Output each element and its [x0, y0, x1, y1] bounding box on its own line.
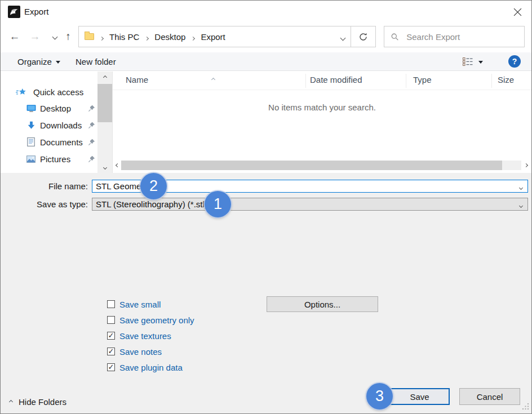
hide-folders-button[interactable]: Hide Folders: [10, 395, 66, 408]
folder-icon: [85, 33, 94, 40]
save-as-type-label: Save as type:: [1, 198, 88, 211]
checkbox[interactable]: [107, 300, 115, 308]
file-list: Name Date modified Type Size No items ma…: [112, 72, 531, 173]
horizontal-scrollbar[interactable]: [114, 161, 530, 170]
export-checkboxes: Save small Save geometry only Save textu…: [107, 296, 194, 375]
checkbox[interactable]: [107, 348, 115, 355]
combo-chevron-icon[interactable]: [520, 181, 522, 192]
column-header-type[interactable]: Type: [413, 75, 432, 84]
scroll-right-icon[interactable]: [522, 161, 529, 170]
checkbox-row-save-geometry-only[interactable]: Save geometry only: [107, 312, 194, 328]
search-icon: [391, 33, 398, 41]
scrollbar-thumb[interactable]: [97, 84, 112, 122]
checkbox-row-save-notes[interactable]: Save notes: [107, 344, 194, 359]
sidebar-item-downloads[interactable]: Downloads: [1, 118, 97, 132]
documents-icon: [25, 137, 37, 146]
checkbox-row-save-small[interactable]: Save small: [107, 296, 194, 312]
up-icon[interactable]: ↑: [60, 23, 76, 50]
navigation-pane: Quick access Desktop Downloads: [1, 72, 97, 173]
column-headers: Name Date modified Type Size: [113, 72, 531, 90]
title-bar: Export: [1, 1, 531, 23]
back-icon[interactable]: ←: [7, 23, 23, 50]
column-header-size[interactable]: Size: [498, 75, 514, 84]
save-button[interactable]: Save: [389, 388, 450, 405]
export-dialog: Export ← → ↑ This PC Desktop Export: [0, 0, 532, 414]
scroll-down-icon[interactable]: [97, 163, 112, 172]
address-bar[interactable]: This PC Desktop Export: [78, 26, 351, 47]
file-browser: Quick access Desktop Downloads: [1, 72, 531, 173]
breadcrumb-separator-icon: [145, 32, 148, 42]
downloads-icon: [25, 121, 37, 130]
scroll-up-icon[interactable]: [97, 73, 112, 82]
column-header-name[interactable]: Name: [126, 75, 148, 84]
resize-grip-icon[interactable]: [522, 402, 529, 412]
navigation-bar: ← → ↑ This PC Desktop Export: [1, 23, 531, 50]
search-box[interactable]: [384, 26, 525, 47]
column-divider[interactable]: [406, 74, 406, 88]
cancel-button[interactable]: Cancel: [459, 388, 520, 405]
column-divider[interactable]: [305, 74, 306, 88]
sort-ascending-icon: [212, 73, 215, 83]
annotation-badge-3: 3: [366, 383, 393, 409]
save-as-type-combobox[interactable]: STL (Stereolithography) (*.stl): [92, 198, 528, 211]
breadcrumb-item-this-pc[interactable]: This PC: [109, 32, 139, 42]
checkbox[interactable]: [107, 332, 115, 340]
app-icon: [8, 6, 20, 18]
view-dropdown-caret-icon: [478, 61, 483, 64]
annotation-badge-1: 1: [205, 191, 231, 217]
sidebar-item-desktop[interactable]: Desktop: [1, 101, 97, 115]
pictures-icon: [25, 155, 37, 163]
sidebar-scrollbar[interactable]: [97, 72, 112, 173]
scrollbar-thumb[interactable]: [121, 161, 502, 170]
column-divider[interactable]: [491, 74, 492, 88]
search-input[interactable]: [406, 32, 517, 42]
breadcrumb-separator-icon: [192, 32, 194, 42]
organize-button[interactable]: Organize: [17, 52, 60, 70]
details-view-icon: [463, 57, 473, 66]
checkbox[interactable]: [107, 316, 115, 324]
options-button[interactable]: Options...: [267, 296, 378, 312]
refresh-button[interactable]: [351, 26, 376, 47]
pin-icon: [88, 104, 95, 114]
save-as-type-value: STL (Stereolithography) (*.stl): [92, 199, 207, 209]
breadcrumb-item-desktop[interactable]: Desktop: [154, 32, 185, 42]
desktop-icon: [25, 104, 37, 113]
pin-icon: [88, 155, 95, 164]
pin-icon: [88, 121, 95, 131]
window-title: Export: [24, 1, 48, 23]
help-button[interactable]: ?: [508, 55, 521, 68]
save-options-pane: File name: Save as type: STL (Stereolith…: [1, 173, 531, 414]
new-folder-button[interactable]: New folder: [76, 52, 116, 70]
breadcrumb-separator-icon: [100, 32, 103, 42]
sidebar-item-documents[interactable]: Documents: [1, 135, 97, 149]
collapse-chevron-icon: [9, 399, 13, 403]
sidebar-item-quick-access[interactable]: Quick access: [1, 84, 97, 99]
scroll-left-icon[interactable]: [114, 161, 121, 170]
breadcrumb-item-export[interactable]: Export: [201, 32, 225, 42]
close-icon[interactable]: [505, 1, 530, 23]
dropdown-caret-icon: [56, 61, 60, 64]
annotation-badge-2: 2: [140, 173, 167, 199]
view-selector[interactable]: [463, 52, 483, 70]
column-header-date-modified[interactable]: Date modified: [310, 75, 362, 84]
address-dropdown-icon[interactable]: [341, 32, 345, 42]
forward-icon: →: [27, 23, 43, 50]
quick-access-icon: [15, 88, 26, 96]
sidebar-item-pictures[interactable]: Pictures: [1, 152, 97, 166]
checkbox[interactable]: [107, 363, 115, 371]
file-name-label: File name:: [1, 180, 88, 193]
pin-icon: [88, 138, 95, 148]
refresh-icon: [358, 32, 368, 42]
empty-list-message: No items match your search.: [113, 103, 531, 112]
checkbox-row-save-plugin-data[interactable]: Save plugin data: [107, 359, 194, 375]
checkbox-row-save-textures[interactable]: Save textures: [107, 328, 194, 344]
command-toolbar: Organize New folder ?: [1, 52, 531, 71]
combo-chevron-icon[interactable]: [520, 199, 522, 209]
